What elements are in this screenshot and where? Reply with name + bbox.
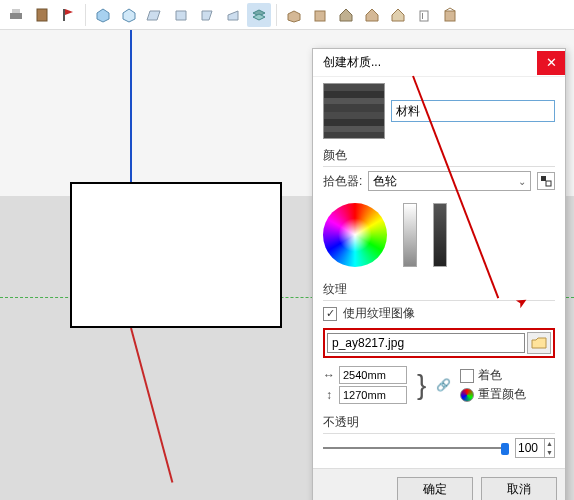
- color-section-header: 颜色: [323, 147, 555, 167]
- cube1-icon[interactable]: [91, 3, 115, 27]
- toolbar: [0, 0, 574, 30]
- toolbar-separator: [276, 4, 277, 26]
- use-texture-label: 使用纹理图像: [343, 305, 415, 322]
- width-icon: ↔: [323, 368, 335, 382]
- texture-file-input[interactable]: [327, 333, 525, 353]
- svg-rect-9: [546, 181, 551, 186]
- texture-section-header: 纹理: [323, 281, 555, 301]
- material-preview[interactable]: [323, 83, 385, 139]
- dialog-titlebar[interactable]: 创建材质... ✕: [313, 49, 565, 77]
- opacity-slider[interactable]: [323, 441, 509, 455]
- texture-height-input[interactable]: [339, 386, 407, 404]
- svg-rect-6: [422, 13, 423, 19]
- house2-icon[interactable]: [360, 3, 384, 27]
- opacity-value-input[interactable]: [516, 439, 544, 457]
- drawn-rectangle[interactable]: [70, 182, 282, 328]
- print-icon[interactable]: [4, 3, 28, 27]
- flag-icon[interactable]: [56, 3, 80, 27]
- house3-icon[interactable]: [386, 3, 410, 27]
- slice1-icon[interactable]: [143, 3, 167, 27]
- slice3-icon[interactable]: [195, 3, 219, 27]
- browse-texture-button[interactable]: [527, 332, 551, 354]
- svg-rect-7: [445, 11, 455, 21]
- close-button[interactable]: ✕: [537, 51, 565, 75]
- dialog-title: 创建材质...: [323, 54, 381, 71]
- svg-rect-2: [37, 9, 47, 21]
- svg-rect-3: [63, 9, 65, 21]
- brightness-slider[interactable]: [433, 203, 447, 267]
- opacity-spinner[interactable]: ▲▼: [515, 438, 555, 458]
- svg-rect-4: [315, 11, 325, 21]
- slot-icon[interactable]: [412, 3, 436, 27]
- spin-up[interactable]: ▲: [544, 439, 554, 448]
- tint-label: 着色: [478, 367, 502, 384]
- picker-select[interactable]: 色轮 ⌄: [368, 171, 531, 191]
- reset-color-label: 重置颜色: [478, 386, 526, 403]
- slice2-icon[interactable]: [169, 3, 193, 27]
- height-icon: ↕: [323, 388, 335, 402]
- value-slider[interactable]: [403, 203, 417, 267]
- cube2-icon[interactable]: [117, 3, 141, 27]
- open-box-icon[interactable]: [282, 3, 306, 27]
- color-swap-icon[interactable]: [537, 172, 555, 190]
- use-texture-checkbox[interactable]: [323, 307, 337, 321]
- slice4-icon[interactable]: [221, 3, 245, 27]
- ok-button[interactable]: 确定: [397, 477, 473, 500]
- material-name-input[interactable]: [391, 100, 555, 122]
- toolbar-separator: [85, 4, 86, 26]
- link-icon[interactable]: 🔗: [436, 378, 450, 392]
- house1-icon[interactable]: [334, 3, 358, 27]
- cancel-button[interactable]: 取消: [481, 477, 557, 500]
- svg-rect-1: [12, 9, 20, 13]
- picker-value: 色轮: [373, 173, 397, 190]
- svg-rect-0: [10, 13, 22, 19]
- box-icon[interactable]: [308, 3, 332, 27]
- texture-file-row: [323, 328, 555, 358]
- axis-z: [130, 30, 132, 200]
- tint-checkbox[interactable]: [460, 369, 474, 383]
- color-wheel[interactable]: [323, 203, 387, 267]
- layers-icon[interactable]: [247, 3, 271, 27]
- reset-color-icon[interactable]: [460, 388, 474, 402]
- create-material-dialog: 创建材质... ✕ 颜色 拾色器: 色轮 ⌄ 纹理: [312, 48, 566, 500]
- picker-label: 拾色器:: [323, 173, 362, 190]
- svg-rect-8: [541, 176, 546, 181]
- brace-icon: }: [417, 374, 426, 396]
- svg-rect-5: [420, 11, 428, 21]
- package-icon[interactable]: [438, 3, 462, 27]
- spin-down[interactable]: ▼: [544, 448, 554, 457]
- opacity-section-header: 不透明: [323, 414, 555, 434]
- chevron-down-icon: ⌄: [518, 176, 526, 187]
- texture-width-input[interactable]: [339, 366, 407, 384]
- clipboard-icon[interactable]: [30, 3, 54, 27]
